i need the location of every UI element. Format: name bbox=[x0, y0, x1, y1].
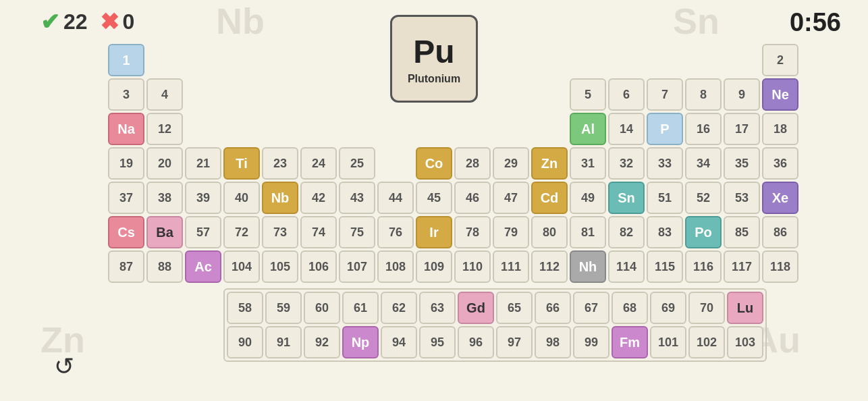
table-row[interactable]: Xe bbox=[762, 182, 798, 214]
table-row[interactable]: 69 bbox=[650, 292, 686, 324]
table-row[interactable]: 51 bbox=[647, 182, 683, 214]
table-row[interactable]: 60 bbox=[304, 292, 340, 324]
table-row[interactable]: 5 bbox=[570, 78, 606, 111]
table-row[interactable]: 9 bbox=[724, 78, 760, 111]
table-row[interactable]: 91 bbox=[265, 326, 302, 358]
table-row[interactable]: 82 bbox=[608, 216, 645, 248]
table-row[interactable]: 44 bbox=[377, 182, 414, 214]
table-row[interactable]: 99 bbox=[573, 326, 609, 358]
table-row[interactable]: 12 bbox=[146, 113, 183, 145]
table-row[interactable]: 104 bbox=[223, 250, 260, 283]
table-row[interactable]: Gd bbox=[458, 292, 494, 324]
table-row[interactable]: Cs bbox=[108, 216, 144, 248]
table-row[interactable]: 110 bbox=[454, 250, 491, 283]
table-row[interactable]: 3 bbox=[108, 78, 144, 111]
table-row[interactable]: Ir bbox=[416, 216, 452, 248]
table-row[interactable]: 45 bbox=[416, 182, 452, 214]
table-row[interactable]: 117 bbox=[724, 250, 760, 283]
table-row[interactable]: 35 bbox=[724, 147, 760, 180]
table-row[interactable]: 7 bbox=[647, 78, 683, 111]
table-row[interactable]: 67 bbox=[573, 292, 609, 324]
table-row[interactable]: 1 bbox=[108, 44, 144, 76]
table-row[interactable]: 43 bbox=[339, 182, 375, 214]
table-row[interactable]: 81 bbox=[570, 216, 606, 248]
table-row[interactable]: 28 bbox=[454, 147, 491, 180]
table-row[interactable]: 68 bbox=[612, 292, 648, 324]
table-row[interactable]: 61 bbox=[342, 292, 379, 324]
table-row[interactable]: 65 bbox=[496, 292, 533, 324]
table-row[interactable]: 111 bbox=[493, 250, 529, 283]
table-row[interactable]: 105 bbox=[262, 250, 298, 283]
table-row[interactable]: 109 bbox=[416, 250, 452, 283]
table-row[interactable]: 80 bbox=[531, 216, 568, 248]
table-row[interactable]: 116 bbox=[685, 250, 722, 283]
table-row[interactable]: 92 bbox=[304, 326, 340, 358]
table-row[interactable]: 14 bbox=[608, 113, 645, 145]
table-row[interactable]: 40 bbox=[223, 182, 260, 214]
table-row[interactable]: Fm bbox=[612, 326, 648, 358]
table-row[interactable]: 29 bbox=[493, 147, 529, 180]
table-row[interactable]: 103 bbox=[727, 326, 763, 358]
table-row[interactable]: 39 bbox=[185, 182, 221, 214]
table-row[interactable]: 57 bbox=[185, 216, 221, 248]
table-row[interactable]: 4 bbox=[146, 78, 183, 111]
table-row[interactable]: 16 bbox=[685, 113, 722, 145]
table-row[interactable]: 115 bbox=[647, 250, 683, 283]
table-row[interactable]: 83 bbox=[647, 216, 683, 248]
table-row[interactable]: 31 bbox=[570, 147, 606, 180]
table-row[interactable]: Na bbox=[108, 113, 144, 145]
table-row[interactable]: 63 bbox=[419, 292, 456, 324]
table-row[interactable]: 37 bbox=[108, 182, 144, 214]
table-row[interactable]: 70 bbox=[688, 292, 725, 324]
table-row[interactable]: 73 bbox=[262, 216, 298, 248]
table-row[interactable]: 98 bbox=[535, 326, 571, 358]
table-row[interactable]: 33 bbox=[647, 147, 683, 180]
table-row[interactable]: P bbox=[647, 113, 683, 145]
table-row[interactable]: 79 bbox=[493, 216, 529, 248]
table-row[interactable]: 18 bbox=[762, 113, 798, 145]
table-row[interactable]: 112 bbox=[531, 250, 568, 283]
table-row[interactable]: 47 bbox=[493, 182, 529, 214]
table-row[interactable]: 20 bbox=[146, 147, 183, 180]
table-row[interactable]: 118 bbox=[762, 250, 798, 283]
table-row[interactable]: 97 bbox=[496, 326, 533, 358]
table-row[interactable]: Ti bbox=[223, 147, 260, 180]
table-row[interactable]: Ba bbox=[146, 216, 183, 248]
table-row[interactable]: 75 bbox=[339, 216, 375, 248]
table-row[interactable]: 34 bbox=[685, 147, 722, 180]
table-row[interactable]: 32 bbox=[608, 147, 645, 180]
table-row[interactable]: 38 bbox=[146, 182, 183, 214]
table-row[interactable]: 94 bbox=[381, 326, 417, 358]
table-row[interactable]: 85 bbox=[724, 216, 760, 248]
table-row[interactable]: 102 bbox=[688, 326, 725, 358]
table-row[interactable]: Ac bbox=[185, 250, 221, 283]
table-row[interactable]: 42 bbox=[300, 182, 337, 214]
table-row[interactable]: Al bbox=[570, 113, 606, 145]
table-row[interactable]: 96 bbox=[458, 326, 494, 358]
table-row[interactable]: 66 bbox=[535, 292, 571, 324]
table-row[interactable]: Nb bbox=[262, 182, 298, 214]
table-row[interactable]: 114 bbox=[608, 250, 645, 283]
table-row[interactable]: Po bbox=[685, 216, 722, 248]
table-row[interactable]: Np bbox=[342, 326, 379, 358]
table-row[interactable]: 72 bbox=[223, 216, 260, 248]
table-row[interactable]: 74 bbox=[300, 216, 337, 248]
table-row[interactable]: Ne bbox=[762, 78, 798, 111]
table-row[interactable]: 78 bbox=[454, 216, 491, 248]
table-row[interactable]: 25 bbox=[339, 147, 375, 180]
table-row[interactable]: 62 bbox=[381, 292, 417, 324]
table-row[interactable]: 87 bbox=[108, 250, 144, 283]
table-row[interactable]: 17 bbox=[724, 113, 760, 145]
table-row[interactable]: 36 bbox=[762, 147, 798, 180]
table-row[interactable]: 53 bbox=[724, 182, 760, 214]
table-row[interactable]: 101 bbox=[650, 326, 686, 358]
table-row[interactable]: Lu bbox=[727, 292, 763, 324]
table-row[interactable]: 86 bbox=[762, 216, 798, 248]
table-row[interactable]: Zn bbox=[531, 147, 568, 180]
table-row[interactable]: Nh bbox=[570, 250, 606, 283]
table-row[interactable]: 95 bbox=[419, 326, 456, 358]
undo-button[interactable]: ↺ bbox=[54, 352, 74, 381]
table-row[interactable]: 24 bbox=[300, 147, 337, 180]
table-row[interactable]: 88 bbox=[146, 250, 183, 283]
table-row[interactable]: 46 bbox=[454, 182, 491, 214]
